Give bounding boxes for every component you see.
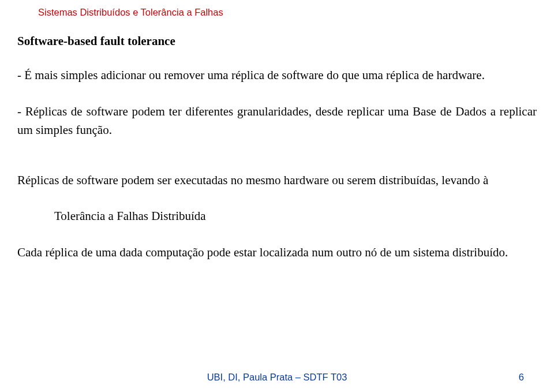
paragraph-2: - Réplicas de software podem ter diferen… (17, 102, 537, 140)
footer-text: UBI, DI, Paula Prata – SDTF T03 (0, 372, 554, 383)
footer-page-number: 6 (519, 372, 524, 383)
course-header: Sistemas Distribuídos e Tolerância a Fal… (38, 7, 537, 18)
paragraph-1: - É mais simples adicionar ou remover um… (17, 66, 537, 85)
page-footer: UBI, DI, Paula Prata – SDTF T03 6 (0, 372, 554, 383)
indented-line: Tolerância a Falhas Distribuída (54, 207, 537, 226)
section-title: Software-based fault tolerance (17, 34, 537, 48)
paragraph-3: Réplicas de software podem ser executada… (17, 171, 537, 190)
paragraph-4: Cada réplica de uma dada computação pode… (17, 243, 537, 262)
